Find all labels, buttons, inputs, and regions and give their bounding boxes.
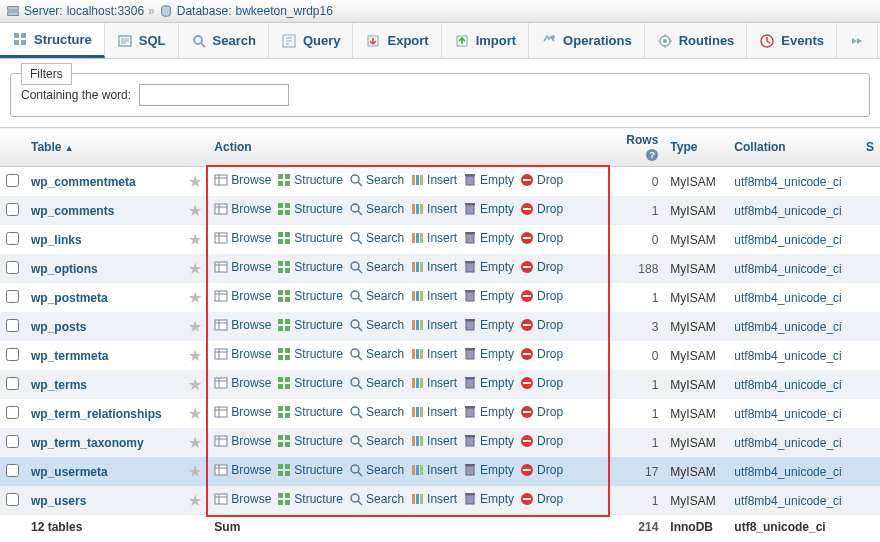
row-checkbox[interactable] (6, 290, 19, 303)
action-insert[interactable]: Insert (410, 318, 457, 332)
action-search[interactable]: Search (349, 173, 404, 187)
action-structure[interactable]: Structure (277, 347, 343, 361)
action-insert[interactable]: Insert (410, 289, 457, 303)
action-structure[interactable]: Structure (277, 434, 343, 448)
action-insert[interactable]: Insert (410, 434, 457, 448)
action-drop[interactable]: Drop (520, 260, 563, 274)
action-search[interactable]: Search (349, 347, 404, 361)
action-search[interactable]: Search (349, 260, 404, 274)
collation-value[interactable]: utf8mb4_unicode_ci (734, 465, 841, 479)
action-structure[interactable]: Structure (277, 463, 343, 477)
action-search[interactable]: Search (349, 376, 404, 390)
row-checkbox[interactable] (6, 406, 19, 419)
action-structure[interactable]: Structure (277, 376, 343, 390)
table-name-link[interactable]: wp_users (31, 494, 86, 508)
collation-value[interactable]: utf8mb4_unicode_ci (734, 436, 841, 450)
tab-import[interactable]: Import (442, 23, 529, 58)
tab-operations[interactable]: Operations (529, 23, 645, 58)
action-search[interactable]: Search (349, 405, 404, 419)
action-empty[interactable]: Empty (463, 289, 514, 303)
action-structure[interactable]: Structure (277, 231, 343, 245)
tab-query[interactable]: Query (269, 23, 354, 58)
favorite-star-icon[interactable]: ★ (188, 289, 202, 306)
action-search[interactable]: Search (349, 318, 404, 332)
action-empty[interactable]: Empty (463, 405, 514, 419)
tab-search[interactable]: Search (179, 23, 269, 58)
action-browse[interactable]: Browse (214, 405, 271, 419)
action-empty[interactable]: Empty (463, 260, 514, 274)
collation-value[interactable]: utf8mb4_unicode_ci (734, 349, 841, 363)
action-search[interactable]: Search (349, 289, 404, 303)
action-empty[interactable]: Empty (463, 492, 514, 506)
action-empty[interactable]: Empty (463, 347, 514, 361)
action-insert[interactable]: Insert (410, 463, 457, 477)
tab-routines[interactable]: Routines (645, 23, 748, 58)
favorite-star-icon[interactable]: ★ (188, 376, 202, 393)
action-drop[interactable]: Drop (520, 347, 563, 361)
action-drop[interactable]: Drop (520, 318, 563, 332)
table-name-link[interactable]: wp_terms (31, 378, 87, 392)
action-structure[interactable]: Structure (277, 318, 343, 332)
action-insert[interactable]: Insert (410, 231, 457, 245)
action-empty[interactable]: Empty (463, 173, 514, 187)
table-name-link[interactable]: wp_comments (31, 204, 114, 218)
action-drop[interactable]: Drop (520, 289, 563, 303)
collation-value[interactable]: utf8mb4_unicode_ci (734, 320, 841, 334)
action-drop[interactable]: Drop (520, 405, 563, 419)
action-browse[interactable]: Browse (214, 260, 271, 274)
action-browse[interactable]: Browse (214, 173, 271, 187)
server-link[interactable]: localhost:3306 (67, 4, 144, 18)
tab-more[interactable] (837, 23, 878, 58)
action-insert[interactable]: Insert (410, 173, 457, 187)
collation-value[interactable]: utf8mb4_unicode_ci (734, 233, 841, 247)
action-search[interactable]: Search (349, 492, 404, 506)
collation-value[interactable]: utf8mb4_unicode_ci (734, 494, 841, 508)
action-search[interactable]: Search (349, 202, 404, 216)
action-structure[interactable]: Structure (277, 405, 343, 419)
action-drop[interactable]: Drop (520, 434, 563, 448)
col-type[interactable]: Type (664, 128, 728, 167)
action-drop[interactable]: Drop (520, 231, 563, 245)
favorite-star-icon[interactable]: ★ (188, 434, 202, 451)
favorite-star-icon[interactable]: ★ (188, 463, 202, 480)
action-insert[interactable]: Insert (410, 492, 457, 506)
collation-value[interactable]: utf8mb4_unicode_ci (734, 407, 841, 421)
favorite-star-icon[interactable]: ★ (188, 173, 202, 190)
table-name-link[interactable]: wp_links (31, 233, 82, 247)
favorite-star-icon[interactable]: ★ (188, 318, 202, 335)
col-size[interactable]: S (860, 128, 880, 167)
tab-export[interactable]: Export (353, 23, 441, 58)
row-checkbox[interactable] (6, 377, 19, 390)
action-structure[interactable]: Structure (277, 492, 343, 506)
favorite-star-icon[interactable]: ★ (188, 260, 202, 277)
action-empty[interactable]: Empty (463, 318, 514, 332)
collation-value[interactable]: utf8mb4_unicode_ci (734, 291, 841, 305)
table-name-link[interactable]: wp_term_taxonomy (31, 436, 144, 450)
action-insert[interactable]: Insert (410, 260, 457, 274)
action-browse[interactable]: Browse (214, 463, 271, 477)
favorite-star-icon[interactable]: ★ (188, 405, 202, 422)
action-insert[interactable]: Insert (410, 347, 457, 361)
action-empty[interactable]: Empty (463, 202, 514, 216)
table-name-link[interactable]: wp_commentmeta (31, 175, 136, 189)
table-name-link[interactable]: wp_options (31, 262, 98, 276)
collation-value[interactable]: utf8mb4_unicode_ci (734, 378, 841, 392)
table-name-link[interactable]: wp_term_relationships (31, 407, 162, 421)
tab-structure[interactable]: Structure (0, 23, 105, 58)
action-structure[interactable]: Structure (277, 202, 343, 216)
action-drop[interactable]: Drop (520, 173, 563, 187)
row-checkbox[interactable] (6, 435, 19, 448)
row-checkbox[interactable] (6, 319, 19, 332)
table-name-link[interactable]: wp_postmeta (31, 291, 108, 305)
action-drop[interactable]: Drop (520, 492, 563, 506)
row-checkbox[interactable] (6, 174, 19, 187)
action-browse[interactable]: Browse (214, 434, 271, 448)
table-name-link[interactable]: wp_usermeta (31, 465, 108, 479)
table-name-link[interactable]: wp_posts (31, 320, 86, 334)
help-icon[interactable]: ? (646, 149, 658, 161)
containing-word-input[interactable] (139, 84, 289, 106)
action-structure[interactable]: Structure (277, 173, 343, 187)
tab-sql[interactable]: SQL (105, 23, 179, 58)
action-insert[interactable]: Insert (410, 376, 457, 390)
row-checkbox[interactable] (6, 232, 19, 245)
